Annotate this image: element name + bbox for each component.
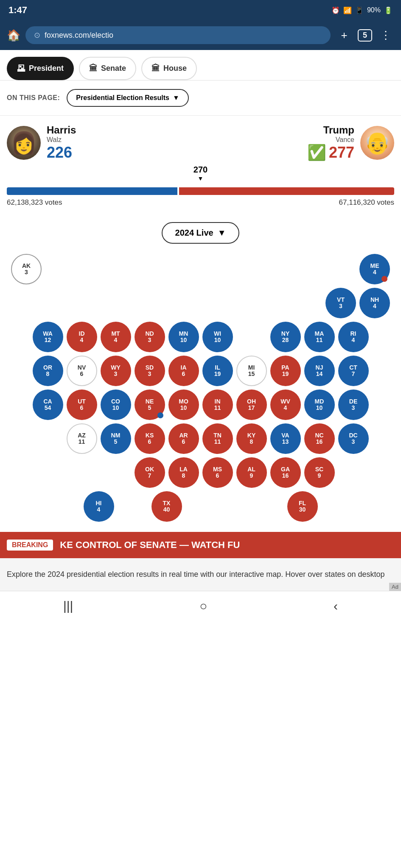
state-HI[interactable]: HI 4 bbox=[84, 491, 114, 522]
state-NC[interactable]: NC 16 bbox=[304, 423, 335, 454]
state-SD[interactable]: SD 3 bbox=[135, 356, 165, 386]
browser-menu-button[interactable]: ⋮ bbox=[377, 29, 394, 42]
tab-house[interactable]: 🏛 House bbox=[141, 57, 197, 80]
browser-home-button[interactable]: 🏠 bbox=[7, 29, 20, 42]
state-AK[interactable]: AK 3 bbox=[11, 254, 42, 284]
state-NE[interactable]: NE 5 bbox=[135, 389, 165, 420]
state-IN[interactable]: IN 11 bbox=[202, 389, 233, 420]
tab-president[interactable]: 🗳 President bbox=[7, 57, 74, 80]
state-VA[interactable]: VA 13 bbox=[270, 423, 301, 454]
threshold-arrow: ▼ bbox=[198, 175, 204, 182]
state-SC[interactable]: SC 9 bbox=[304, 457, 335, 488]
state-AL[interactable]: AL 9 bbox=[236, 457, 267, 488]
trump-name: Trump bbox=[307, 124, 354, 136]
state-ME[interactable]: ME 4 bbox=[359, 254, 390, 284]
state-CO[interactable]: CO 10 bbox=[101, 389, 131, 420]
state-GA[interactable]: GA 16 bbox=[270, 457, 301, 488]
year-dropdown[interactable]: 2024 Live ▼ bbox=[162, 222, 240, 244]
nav-back-button[interactable]: ‹ bbox=[323, 595, 348, 617]
state-AZ[interactable]: AZ 11 bbox=[67, 423, 97, 454]
state-WA[interactable]: WA 12 bbox=[33, 322, 63, 352]
map-spacer-7c bbox=[219, 491, 250, 522]
state-DE[interactable]: DE 3 bbox=[338, 389, 369, 420]
map-row-2: WA 12 ID 4 MT 4 ND 3 MN 10 WI 10 NY 28 M… bbox=[4, 322, 397, 352]
state-WV[interactable]: WV 4 bbox=[270, 389, 301, 420]
ne-split-dot bbox=[157, 412, 163, 418]
state-MI[interactable]: MI 15 bbox=[236, 356, 267, 386]
trump-candidate: Trump Vance ✅ 277 bbox=[307, 124, 394, 161]
battery-text: 90% bbox=[367, 6, 381, 14]
state-NH[interactable]: NH 4 bbox=[359, 288, 390, 318]
alarm-icon: ⏰ bbox=[331, 6, 340, 14]
state-MD[interactable]: MD 10 bbox=[304, 389, 335, 420]
rep-progress bbox=[179, 187, 394, 195]
state-PA[interactable]: PA 19 bbox=[270, 356, 301, 386]
state-KY[interactable]: KY 8 bbox=[236, 423, 267, 454]
ad-badge: Ad bbox=[389, 583, 401, 591]
map-spacer-5 bbox=[33, 423, 63, 454]
harris-candidate: Harris Walz 226 bbox=[7, 124, 76, 161]
senate-icon: 🏛 bbox=[89, 64, 98, 73]
state-MO[interactable]: MO 10 bbox=[168, 389, 199, 420]
state-KS[interactable]: KS 6 bbox=[135, 423, 165, 454]
tab-senate[interactable]: 🏛 Senate bbox=[79, 57, 136, 80]
state-OH[interactable]: OH 17 bbox=[236, 389, 267, 420]
vote-counts-row: 62,138,323 votes 67,116,320 votes bbox=[0, 198, 401, 214]
trump-vp: Vance bbox=[307, 136, 354, 144]
election-results-dropdown[interactable]: Presidential Election Results ▼ bbox=[67, 89, 188, 107]
state-CT[interactable]: CT 7 bbox=[338, 356, 369, 386]
signal-icon: 📱 bbox=[355, 6, 364, 14]
state-CA[interactable]: CA 54 bbox=[33, 389, 63, 420]
winner-check-icon: ✅ bbox=[307, 144, 326, 161]
tab-count[interactable]: 5 bbox=[358, 29, 372, 42]
state-ND[interactable]: ND 3 bbox=[135, 322, 165, 352]
map-spacer-7a bbox=[118, 491, 148, 522]
state-LA[interactable]: LA 8 bbox=[168, 457, 199, 488]
dropdown-label: Presidential Election Results bbox=[76, 94, 169, 102]
harris-electoral-votes: 226 bbox=[47, 144, 76, 161]
state-AR[interactable]: AR 6 bbox=[168, 423, 199, 454]
new-tab-button[interactable]: + bbox=[336, 29, 353, 42]
trump-info: Trump Vance ✅ 277 bbox=[307, 124, 354, 161]
state-MT[interactable]: MT 4 bbox=[101, 322, 131, 352]
state-TN[interactable]: TN 11 bbox=[202, 423, 233, 454]
state-WY[interactable]: WY 3 bbox=[101, 356, 131, 386]
harris-avatar bbox=[7, 126, 41, 160]
state-NJ[interactable]: NJ 14 bbox=[304, 356, 335, 386]
state-OR[interactable]: OR 8 bbox=[33, 356, 63, 386]
nav-menu-button[interactable]: ||| bbox=[53, 595, 83, 617]
state-ID[interactable]: ID 4 bbox=[67, 322, 97, 352]
state-MA[interactable]: MA 11 bbox=[304, 322, 335, 352]
breaking-label: BREAKING bbox=[7, 540, 53, 551]
map-row-1: VT 3 NH 4 bbox=[4, 288, 397, 318]
candidates-section: Harris Walz 226 Trump Vance ✅ 277 270 ▼ bbox=[0, 116, 401, 187]
state-FL[interactable]: FL 30 bbox=[287, 491, 318, 522]
state-UT[interactable]: UT 6 bbox=[67, 389, 97, 420]
state-MN[interactable]: MN 10 bbox=[168, 322, 199, 352]
house-icon: 🏛 bbox=[151, 64, 160, 73]
state-DC[interactable]: DC 3 bbox=[338, 423, 369, 454]
status-bar: 1:47 ⏰ 📶 📱 90% 🔋 bbox=[0, 0, 401, 20]
state-IA[interactable]: IA 6 bbox=[168, 356, 199, 386]
state-RI[interactable]: RI 4 bbox=[338, 322, 369, 352]
on-this-page-label: ON THIS PAGE: bbox=[7, 94, 60, 102]
nav-home-button[interactable]: ○ bbox=[189, 595, 217, 617]
state-TX[interactable]: TX 40 bbox=[151, 491, 182, 522]
state-NY[interactable]: NY 28 bbox=[270, 322, 301, 352]
map-row-3: OR 8 NV 6 WY 3 SD 3 IA 6 IL 19 MI 15 PA bbox=[4, 356, 397, 386]
state-WI[interactable]: WI 10 bbox=[202, 322, 233, 352]
wifi-icon: 📶 bbox=[343, 6, 352, 14]
state-NM[interactable]: NM 5 bbox=[101, 423, 131, 454]
state-IL[interactable]: IL 19 bbox=[202, 356, 233, 386]
description-text: Explore the 2024 presidential election r… bbox=[7, 568, 394, 581]
tab-house-label: House bbox=[163, 64, 187, 73]
state-VT[interactable]: VT 3 bbox=[325, 288, 356, 318]
map-spacer-7d bbox=[253, 491, 284, 522]
url-bar[interactable]: ⊙ foxnews.com/electio bbox=[25, 26, 331, 44]
map-spacer-7b bbox=[185, 491, 216, 522]
state-OK[interactable]: OK 7 bbox=[135, 457, 165, 488]
year-selector: 2024 Live ▼ bbox=[0, 214, 401, 254]
state-MS[interactable]: MS 6 bbox=[202, 457, 233, 488]
trump-electoral-votes: ✅ 277 bbox=[307, 144, 354, 161]
state-NV[interactable]: NV 6 bbox=[67, 356, 97, 386]
